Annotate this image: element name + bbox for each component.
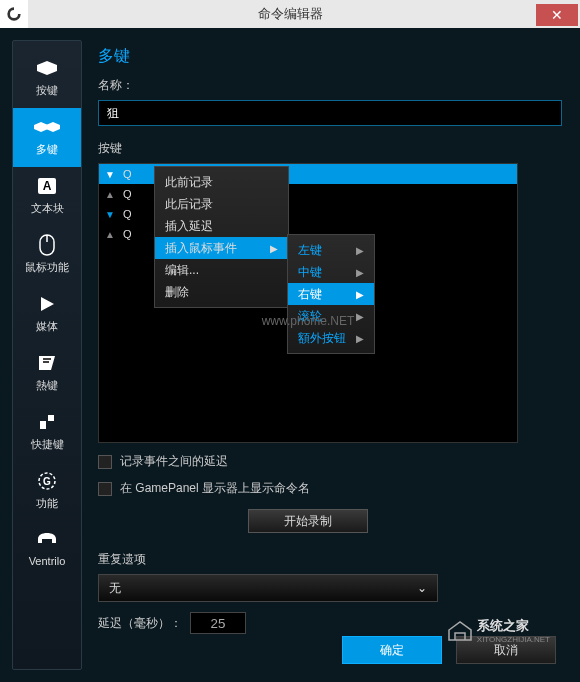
- window-title: 命令编辑器: [258, 5, 323, 23]
- shortcut-icon: [33, 411, 61, 433]
- menu-record-after[interactable]: 此后记录: [155, 193, 288, 215]
- keystroke-icon: [33, 57, 61, 79]
- keydown-icon: ▼: [105, 209, 115, 220]
- repeat-select[interactable]: 无 ⌄: [98, 574, 438, 602]
- submenu-middle-button[interactable]: 中键▶: [288, 261, 374, 283]
- textblock-icon: A: [33, 175, 61, 197]
- sidebar-item-textblock[interactable]: A 文本块: [13, 167, 81, 226]
- menu-edit[interactable]: 编辑...: [155, 259, 288, 281]
- titlebar: 命令编辑器 ✕: [0, 0, 580, 28]
- chevron-right-icon: ▶: [356, 245, 364, 256]
- sidebar: 按键 多键 A 文本块 鼠标功能 媒体 熱键 快捷键 G 功能: [12, 40, 82, 670]
- sidebar-item-keystroke[interactable]: 按键: [13, 49, 81, 108]
- keydown-icon: ▼: [105, 169, 115, 180]
- keyup-icon: ▲: [105, 189, 115, 200]
- menu-record-before[interactable]: 此前记录: [155, 171, 288, 193]
- media-icon: [33, 293, 61, 315]
- show-name-label: 在 GamePanel 显示器上显示命令名: [120, 480, 310, 497]
- keystroke-label: 按键: [98, 140, 562, 157]
- cancel-button[interactable]: 取消: [456, 636, 556, 664]
- context-menu: 此前记录 此后记录 插入延迟 插入鼠标事件▶ 编辑... 删除: [154, 166, 289, 308]
- function-icon: G: [33, 470, 61, 492]
- sidebar-item-shortcut[interactable]: 快捷键: [13, 403, 81, 462]
- submenu-mouse-event: 左键▶ 中键▶ 右键▶ 滚轮▶ 額外按钮▶: [287, 234, 375, 354]
- sidebar-item-mouse[interactable]: 鼠标功能: [13, 226, 81, 285]
- repeat-label: 重复遗项: [98, 551, 562, 568]
- menu-insert-mouse-event[interactable]: 插入鼠标事件▶: [155, 237, 288, 259]
- app-logo: [0, 0, 28, 28]
- chevron-down-icon: ⌄: [417, 581, 427, 595]
- sidebar-item-hotkey[interactable]: 熱键: [13, 344, 81, 403]
- chevron-right-icon: ▶: [356, 267, 364, 278]
- name-label: 名称：: [98, 77, 562, 94]
- delay-input[interactable]: [190, 612, 246, 634]
- sidebar-item-media[interactable]: 媒体: [13, 285, 81, 344]
- page-title: 多键: [98, 46, 562, 67]
- main-panel: 多键 名称： 按键 ▼Q ▲Q ▼Q ▲Q 此前记录 此后记录 插入延迟 插入鼠…: [92, 40, 568, 670]
- record-delay-label: 记录事件之间的延迟: [120, 453, 228, 470]
- menu-insert-delay[interactable]: 插入延迟: [155, 215, 288, 237]
- svg-text:G: G: [43, 476, 51, 487]
- chevron-right-icon: ▶: [270, 243, 278, 254]
- delay-label: 延迟（毫秒）：: [98, 615, 182, 632]
- multikey-icon: [33, 116, 61, 138]
- hotkey-icon: [33, 352, 61, 374]
- sidebar-item-function[interactable]: G 功能: [13, 462, 81, 521]
- submenu-left-button[interactable]: 左键▶: [288, 239, 374, 261]
- chevron-right-icon: ▶: [356, 333, 364, 344]
- start-record-button[interactable]: 开始录制: [248, 509, 368, 533]
- submenu-extra-button[interactable]: 額外按钮▶: [288, 327, 374, 349]
- chevron-right-icon: ▶: [356, 289, 364, 300]
- name-input[interactable]: [98, 100, 562, 126]
- keyup-icon: ▲: [105, 229, 115, 240]
- sidebar-item-ventrilo[interactable]: Ventrilo: [13, 521, 81, 577]
- svg-text:A: A: [43, 179, 52, 193]
- submenu-right-button[interactable]: 右键▶: [288, 283, 374, 305]
- show-name-checkbox[interactable]: [98, 482, 112, 496]
- menu-delete[interactable]: 删除: [155, 281, 288, 303]
- ok-button[interactable]: 确定: [342, 636, 442, 664]
- close-button[interactable]: ✕: [536, 4, 578, 26]
- ventrilo-icon: [33, 529, 61, 551]
- sidebar-item-multikey[interactable]: 多键: [13, 108, 81, 167]
- chevron-right-icon: ▶: [356, 311, 364, 322]
- mouse-icon: [33, 234, 61, 256]
- submenu-scroll[interactable]: 滚轮▶: [288, 305, 374, 327]
- keystroke-recorder[interactable]: ▼Q ▲Q ▼Q ▲Q 此前记录 此后记录 插入延迟 插入鼠标事件▶ 编辑...…: [98, 163, 518, 443]
- record-delay-checkbox[interactable]: [98, 455, 112, 469]
